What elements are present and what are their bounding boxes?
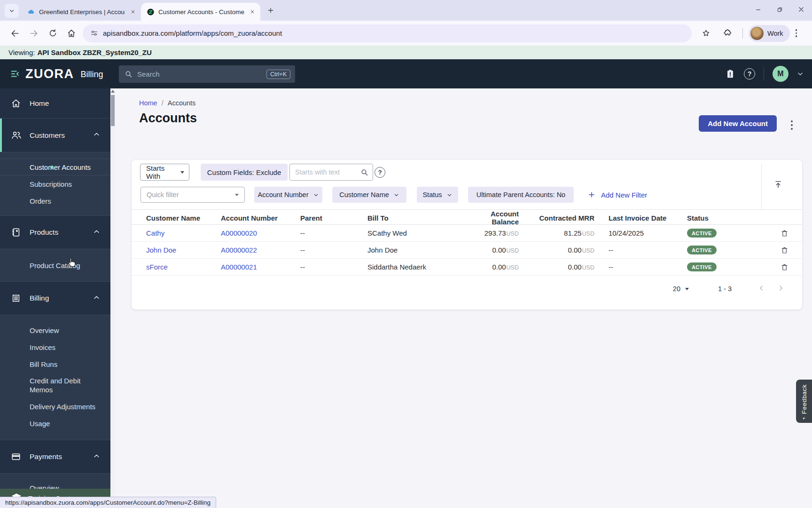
sidebar-item-label: Bill Runs (30, 360, 57, 368)
parent-cell: -- (300, 229, 367, 237)
chevron-right-icon (777, 285, 784, 292)
user-avatar[interactable]: M (773, 66, 789, 82)
sidebar-item-label: Credit and Debit Memos (30, 376, 91, 394)
customer-name-link[interactable]: John Doe (146, 246, 221, 254)
previous-page-button[interactable] (758, 285, 765, 293)
quick-filter-dropdown[interactable]: Quick filter (141, 187, 245, 203)
account-number-link[interactable]: A00000021 (221, 263, 300, 271)
filter-help-icon[interactable]: ? (375, 167, 385, 178)
sidebar-item-invoices[interactable]: Invoices (0, 339, 110, 356)
bookmark-button[interactable] (696, 24, 715, 43)
account-number-link[interactable]: A00000020 (221, 229, 300, 237)
match-mode-dropdown[interactable]: Starts With (140, 164, 189, 181)
sidebar-section-payments[interactable]: Payments (0, 440, 110, 474)
toolbar-right: Work (696, 24, 800, 43)
sidebar-item-bill-runs[interactable]: Bill Runs (0, 356, 110, 373)
scrollbar-thumb[interactable] (111, 95, 115, 126)
trash-icon (781, 263, 789, 271)
chevron-up-icon (93, 228, 100, 237)
sidebar-item-product-catalog[interactable]: Product Catalog (0, 257, 110, 274)
extensions-button[interactable] (718, 24, 737, 43)
sidebar-scrollbar[interactable] (110, 88, 115, 508)
delete-row-button[interactable] (779, 245, 789, 255)
sidebar-item-label: Home (30, 99, 49, 108)
sidebar-item-delivery-adjustments[interactable]: Delivery Adjustments (0, 398, 110, 415)
page-more-actions-button[interactable] (788, 118, 796, 133)
browser-menu-button[interactable] (793, 26, 800, 40)
custom-fields-chip[interactable]: Custom Fields: Exclude (201, 164, 288, 181)
delete-row-button[interactable] (779, 262, 789, 272)
filter-chip-ultimate-parent[interactable]: Ultimate Parent Accounts: No (468, 187, 574, 203)
feedback-tab[interactable]: Feedback (796, 380, 812, 423)
filter-chip-customer-name[interactable]: Customer Name (332, 187, 406, 203)
billing-icon (10, 293, 22, 304)
browser-profile-button[interactable]: Work (749, 25, 790, 42)
header-divider (764, 67, 764, 80)
tab-close-icon[interactable] (129, 8, 137, 16)
page-size-dropdown[interactable]: 20 (673, 285, 689, 293)
customer-name-link[interactable]: sForce (146, 263, 221, 271)
account-number-link[interactable]: A00000022 (221, 246, 300, 254)
site-info-icon[interactable] (90, 29, 98, 37)
sidebar-item-home[interactable]: Home (0, 88, 110, 119)
window-close-button[interactable] (790, 0, 812, 19)
global-search-input[interactable] (137, 70, 262, 78)
toolbar-divider (742, 28, 743, 39)
quick-filter-placeholder: Quick filter (147, 191, 179, 198)
delete-row-button[interactable] (779, 228, 789, 238)
caret-down-icon (235, 194, 239, 196)
sidebar-section-customers[interactable]: Customers (0, 119, 110, 152)
tab-close-icon[interactable] (248, 8, 257, 16)
filter-chip-status[interactable]: Status (417, 187, 458, 203)
account-search-input[interactable] (295, 168, 358, 176)
profile-avatar (750, 27, 764, 40)
sidebar-item-billing-overview[interactable]: Overview (0, 322, 110, 339)
sidebar-collapse-button[interactable] (8, 67, 23, 81)
new-tab-button[interactable] (264, 4, 277, 17)
status-bar: https://apisandbox.zuora.com/apps/Custom… (0, 497, 216, 508)
chevron-down-icon (313, 192, 319, 198)
home-button[interactable] (62, 24, 81, 43)
sidebar-item-subscriptions[interactable]: Subscriptions (0, 175, 110, 192)
chevron-down-icon[interactable] (797, 71, 804, 77)
address-bar[interactable]: apisandbox.zuora.com/platform/apps/com_z… (83, 24, 692, 42)
window-restore-button[interactable] (769, 0, 790, 19)
trash-icon (781, 229, 789, 238)
sidebar-section-products[interactable]: Products (0, 215, 110, 249)
customers-submenu: Customer Accounts Subscriptions Orders (0, 152, 110, 215)
sidebar-item-label: Orders (30, 197, 51, 205)
customers-icon (10, 130, 22, 141)
sidebar-item-usage[interactable]: Usage (0, 415, 110, 432)
balance-cell: 0.00USD (470, 263, 519, 271)
tab-search-button[interactable] (5, 4, 19, 18)
filter-chip-account-number[interactable]: Account Number (254, 187, 322, 203)
release-notes-icon[interactable] (725, 69, 735, 79)
sidebar-item-orders[interactable]: Orders (0, 192, 110, 209)
scroll-up-arrow-icon[interactable] (111, 90, 115, 93)
search-icon[interactable] (360, 168, 368, 176)
browser-tab-active[interactable]: Customer Accounts - Customer (141, 3, 260, 21)
browser-tab-inactive[interactable]: Greenfield Enterprises | Accoun (22, 3, 141, 21)
window-minimize-button[interactable] (747, 0, 769, 19)
customer-name-link[interactable]: Cathy (146, 229, 221, 237)
reload-icon (48, 29, 57, 38)
next-page-button[interactable] (777, 285, 784, 293)
page-title: Accounts (139, 111, 197, 126)
add-new-filter-button[interactable]: Add New Filter (588, 187, 647, 203)
back-button[interactable] (6, 24, 24, 43)
chevron-up-icon (93, 131, 100, 140)
sidebar-section-billing[interactable]: Billing (0, 281, 110, 315)
trash-icon (781, 246, 789, 254)
feedback-label: Feedback (801, 384, 808, 414)
help-icon[interactable]: ? (744, 68, 755, 79)
account-search-field[interactable] (289, 164, 373, 181)
add-new-account-button[interactable]: Add New Account (699, 115, 777, 132)
forward-button[interactable] (24, 24, 43, 43)
sidebar-item-credit-debit-memos[interactable]: Credit and Debit Memos (0, 373, 110, 398)
global-search[interactable]: Ctrl+K (119, 65, 295, 83)
breadcrumb-home-link[interactable]: Home (139, 99, 157, 107)
reload-button[interactable] (43, 24, 62, 43)
home-icon (67, 29, 76, 38)
app-header: ZUORA Billing Ctrl+K ? M (0, 59, 812, 88)
sidebar-item-customer-accounts[interactable]: Customer Accounts (0, 159, 110, 175)
